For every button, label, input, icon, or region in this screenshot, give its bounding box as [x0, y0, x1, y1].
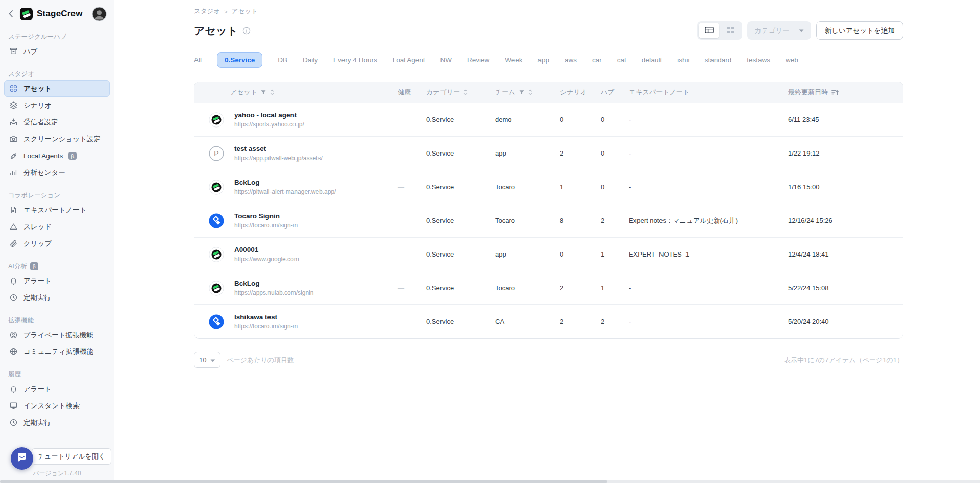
- tab-cat[interactable]: cat: [617, 56, 626, 64]
- back-icon[interactable]: [8, 10, 15, 18]
- items-per-page-label: ページあたりの項目数: [227, 355, 294, 365]
- sidebar-item-history-scheduled-runs[interactable]: 定期実行: [4, 414, 110, 431]
- sidebar-item-community-extensions[interactable]: コミュニティ拡張機能: [4, 343, 110, 360]
- hub-icon: [9, 47, 18, 56]
- sidebar-section-header[interactable]: スタジオ: [4, 68, 110, 80]
- asset-name[interactable]: test asset: [234, 145, 323, 152]
- column-header-scenarios[interactable]: シナリオ: [560, 88, 601, 97]
- sidebar-item-ai-scheduled-runs[interactable]: 定期実行: [4, 289, 110, 306]
- grid-view-button[interactable]: [720, 23, 741, 38]
- item-label: スクリーンショット設定: [23, 135, 101, 144]
- scenario-count-cell: 2: [560, 284, 601, 292]
- tab-review[interactable]: Review: [467, 56, 489, 64]
- sidebar-item-private-extensions[interactable]: プライベート拡張機能: [4, 326, 110, 343]
- tab-default[interactable]: default: [642, 56, 663, 64]
- page-size-select[interactable]: 10: [194, 352, 220, 368]
- tab-standard[interactable]: standard: [705, 56, 732, 64]
- sidebar-section-header[interactable]: ステージクルーハブ: [4, 31, 110, 43]
- tab-every-4-hours[interactable]: Every 4 Hours: [333, 56, 377, 64]
- table-row[interactable]: yahoo - local agent https://sports.yahoo…: [194, 103, 903, 136]
- sidebar-item-history-alerts[interactable]: アラート: [4, 380, 110, 397]
- column-header-hub[interactable]: ハブ: [601, 88, 629, 97]
- tab-0-service[interactable]: 0.Service: [217, 52, 262, 68]
- tab-ishii[interactable]: ishii: [677, 56, 689, 64]
- sidebar-item-receivers[interactable]: 受信者設定: [4, 114, 110, 131]
- horizontal-scrollbar[interactable]: [0, 480, 980, 483]
- sidebar-item-instant-search[interactable]: インスタント検索: [4, 397, 110, 414]
- sidebar-item-hub[interactable]: ハブ: [4, 43, 110, 60]
- chat-launcher-button[interactable]: [11, 447, 33, 470]
- scenario-count-cell: 8: [560, 217, 601, 224]
- tab-db[interactable]: DB: [278, 56, 287, 64]
- user-avatar[interactable]: [92, 7, 107, 21]
- app-logo[interactable]: StageCrew: [19, 7, 88, 21]
- beta-badge: β: [68, 152, 77, 160]
- asset-url: https://apps.nulab.com/signin: [234, 289, 313, 296]
- column-header-category[interactable]: カテゴリー: [426, 88, 495, 97]
- asset-name[interactable]: BckLog: [234, 279, 313, 287]
- sidebar-item-analytics-center[interactable]: 分析センター: [4, 164, 110, 181]
- column-header-health[interactable]: 健康: [398, 88, 426, 97]
- tab-app[interactable]: app: [537, 56, 549, 64]
- sidebar-section-header[interactable]: AI分析 β: [4, 260, 110, 272]
- tab-week[interactable]: Week: [505, 56, 522, 64]
- sidebar-item-scenarios[interactable]: シナリオ: [4, 97, 110, 114]
- table-row[interactable]: BckLog https://pitwall-alert-manager.web…: [194, 170, 903, 204]
- category-cell: 0.Service: [426, 284, 495, 292]
- team-cell: Tocaro: [495, 217, 560, 224]
- sidebar-item-local-agents[interactable]: Local Agents β: [4, 147, 110, 164]
- sidebar-item-assets[interactable]: アセット: [4, 80, 110, 97]
- column-header-expert[interactable]: エキスパートノート: [629, 88, 788, 97]
- asset-name[interactable]: A00001: [234, 246, 299, 253]
- breadcrumb-parent[interactable]: スタジオ: [194, 7, 220, 16]
- tab-car[interactable]: car: [592, 56, 602, 64]
- table-row[interactable]: Tocaro Signin https://tocaro.im/sign-in …: [194, 204, 903, 237]
- category-dropdown[interactable]: カテゴリー: [747, 21, 811, 40]
- sidebar-item-expert-notes[interactable]: エキスパートノート: [4, 201, 110, 218]
- scenario-count-cell: 0: [560, 250, 601, 258]
- team-cell: demo: [495, 116, 560, 123]
- team-cell: app: [495, 149, 560, 157]
- sidebar-item-clips[interactable]: クリップ: [4, 235, 110, 252]
- sidebar-item-ai-alerts[interactable]: アラート: [4, 272, 110, 289]
- sidebar-top: StageCrew: [0, 0, 114, 28]
- asset-name[interactable]: yahoo - local agent: [234, 111, 304, 119]
- asset-name[interactable]: Ishikawa test: [234, 313, 298, 321]
- hub-count-cell: 0: [601, 183, 629, 191]
- column-header-asset[interactable]: アセット: [194, 88, 398, 97]
- asset-name[interactable]: BckLog: [234, 179, 336, 186]
- column-header-updated[interactable]: 最終更新日時: [788, 88, 886, 97]
- sidebar-section-header[interactable]: コラボレーション: [4, 189, 110, 201]
- camera-icon: [9, 135, 18, 143]
- expert-note-cell: EXPERT_NOTES_1: [629, 250, 788, 258]
- layers-icon: [9, 101, 18, 110]
- clock-icon: [9, 293, 18, 302]
- tab-web[interactable]: web: [786, 56, 798, 64]
- table-row[interactable]: BckLog https://apps.nulab.com/signin — 0…: [194, 271, 903, 304]
- beta-badge: β: [30, 262, 38, 270]
- column-header-team[interactable]: チーム: [495, 88, 560, 97]
- table-row[interactable]: Ishikawa test https://tocaro.im/sign-in …: [194, 304, 903, 338]
- scrollbar-thumb[interactable]: [0, 480, 607, 483]
- open-tutorial-button[interactable]: チュートリアルを開く: [32, 448, 111, 465]
- table-view-button[interactable]: [699, 23, 719, 38]
- asset-name[interactable]: Tocaro Signin: [234, 212, 298, 220]
- tab-daily[interactable]: Daily: [303, 56, 318, 64]
- sidebar-item-screenshot-settings[interactable]: スクリーンショット設定: [4, 131, 110, 147]
- tab-aws[interactable]: aws: [565, 56, 577, 64]
- sidebar-section-header[interactable]: 履歴: [4, 368, 110, 380]
- chevron-up-icon: [100, 72, 106, 76]
- add-asset-button[interactable]: 新しいアセットを追加: [816, 21, 903, 40]
- tab-nw[interactable]: NW: [440, 56, 452, 64]
- info-icon[interactable]: [242, 27, 251, 35]
- table-row[interactable]: P test asset https://app.pitwall-web.jp/…: [194, 136, 903, 170]
- tab-loal-agent[interactable]: Loal Agent: [393, 56, 425, 64]
- funnel-icon: [260, 89, 266, 95]
- sidebar-item-threads[interactable]: スレッド: [4, 218, 110, 235]
- tab-all[interactable]: All: [194, 56, 202, 64]
- tab-testaws[interactable]: testaws: [747, 56, 770, 64]
- category-cell: 0.Service: [426, 116, 495, 123]
- sidebar-section-header[interactable]: 拡張機能: [4, 314, 110, 326]
- chat-icon: [16, 451, 28, 466]
- table-row[interactable]: A00001 https://www.google.com — 0.Servic…: [194, 237, 903, 271]
